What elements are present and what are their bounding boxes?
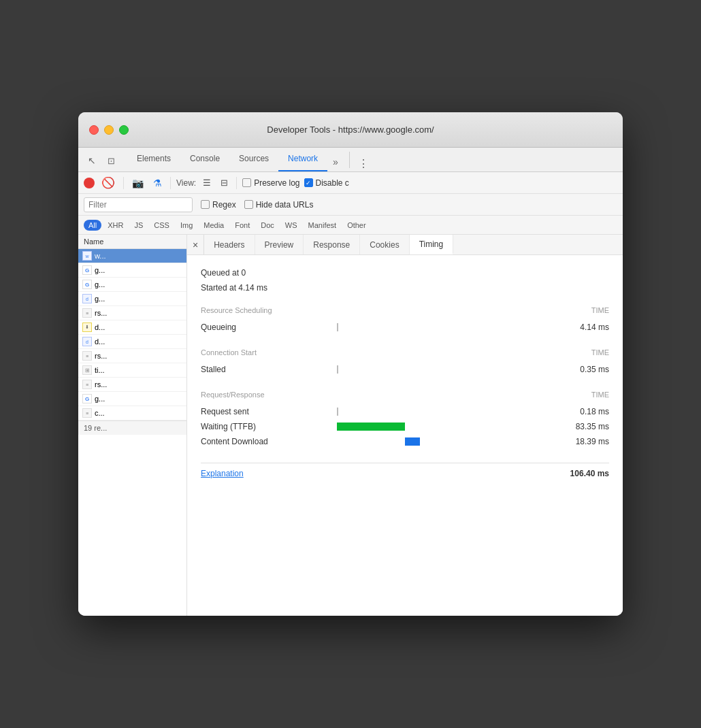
connection-start-time-label: TIME <box>591 348 609 357</box>
tab-more-button[interactable]: » <box>327 152 344 171</box>
clear-button[interactable]: 🚫 <box>99 175 118 191</box>
type-btn-img[interactable]: Img <box>176 220 197 231</box>
queueing-bar <box>337 323 555 331</box>
type-btn-font[interactable]: Font <box>230 220 255 231</box>
main-area: Name w w... G g... G g... d g... <box>78 235 623 616</box>
list-item[interactable]: ≡ c... <box>78 406 186 420</box>
connection-start-title: Connection Start <box>201 348 257 357</box>
type-btn-all[interactable]: All <box>84 220 101 231</box>
type-btn-other[interactable]: Other <box>342 220 371 231</box>
tab-timing[interactable]: Timing <box>410 235 454 254</box>
record-button[interactable] <box>84 178 95 188</box>
type-btn-js[interactable]: JS <box>129 220 148 231</box>
list-item[interactable]: d d... <box>78 335 186 349</box>
type-btn-css[interactable]: CSS <box>149 220 174 231</box>
cursor-icon-button[interactable]: ↖ <box>84 152 100 169</box>
preserve-log-group: Preserve log <box>242 178 299 188</box>
close-button[interactable] <box>89 125 99 135</box>
tab-cookies[interactable]: Cookies <box>360 235 409 254</box>
stalled-row: Stalled 0.35 ms <box>201 362 609 377</box>
file-name: d... <box>95 337 182 346</box>
file-type-icon: ≡ <box>82 351 92 361</box>
file-list-footer: 19 re... <box>78 420 186 435</box>
list-item[interactable]: G g... <box>78 278 186 292</box>
tab-preview[interactable]: Preview <box>255 235 304 254</box>
tab-headers[interactable]: Headers <box>204 235 255 254</box>
request-sent-row: Request sent 0.18 ms <box>201 404 609 419</box>
hide-data-urls-label: Hide data URLs <box>256 200 314 210</box>
title-bar: Developer Tools - https://www.google.com… <box>78 112 623 148</box>
content-download-bar-area <box>337 437 555 446</box>
disable-cache-checkbox[interactable]: ✓ <box>304 178 313 187</box>
filter-input[interactable] <box>84 197 193 212</box>
type-btn-xhr[interactable]: XHR <box>103 220 128 231</box>
cursor-icon: ↖ <box>88 155 96 166</box>
filter-button[interactable]: ⚗ <box>150 176 165 190</box>
list-item[interactable]: G g... <box>78 263 186 278</box>
queueing-bar-line <box>337 323 338 331</box>
regex-checkbox[interactable] <box>201 200 210 209</box>
content-download-value: 18.39 ms <box>555 437 609 446</box>
list-item[interactable]: ⬇ d... <box>78 320 186 335</box>
resource-scheduling-title: Resource Scheduling <box>201 306 272 314</box>
preserve-log-label: Preserve log <box>254 178 299 188</box>
panel-close-button[interactable]: × <box>187 235 204 254</box>
list-item[interactable]: G g... <box>78 392 186 406</box>
tab-elements[interactable]: Elements <box>127 147 180 171</box>
resource-scheduling-header: Resource Scheduling TIME <box>201 306 609 314</box>
list-item[interactable]: ≡ rs... <box>78 349 186 363</box>
queued-at-text: Queued at 0 <box>201 266 609 281</box>
tab-sources[interactable]: Sources <box>229 147 278 171</box>
waiting-ttfb-label: Waiting (TTFB) <box>201 422 337 431</box>
list-item[interactable]: d g... <box>78 292 186 306</box>
table-view-button[interactable]: ⊟ <box>218 176 231 189</box>
file-name: g... <box>95 266 182 274</box>
stalled-value: 0.35 ms <box>555 365 609 374</box>
device-icon-button[interactable]: ⊡ <box>103 152 119 169</box>
connection-start-header: Connection Start TIME <box>201 348 609 357</box>
waiting-ttfb-row: Waiting (TTFB) 83.35 ms <box>201 419 609 434</box>
queueing-value: 4.14 ms <box>555 322 609 332</box>
content-download-row: Content Download 18.39 ms <box>201 434 609 449</box>
type-btn-media[interactable]: Media <box>199 220 229 231</box>
toolbar-separator-1 <box>123 177 124 189</box>
request-response-time-label: TIME <box>591 391 609 399</box>
list-item[interactable]: ⊞ ti... <box>78 363 186 378</box>
type-btn-doc[interactable]: Doc <box>256 220 279 231</box>
file-type-icon: ≡ <box>82 408 92 418</box>
maximize-button[interactable] <box>119 125 129 135</box>
view-label: View: <box>176 178 196 188</box>
hide-data-urls-group: Hide data URLs <box>244 200 314 210</box>
queueing-row: Queueing 4.14 ms <box>201 320 609 335</box>
tab-bar: ↖ ⊡ Elements Console Sources Network » <box>78 148 623 172</box>
file-type-icon: w <box>82 251 92 261</box>
devtools-menu-button[interactable]: ⋮ <box>355 155 372 171</box>
file-type-icon: G <box>82 394 92 403</box>
connection-start-section: Connection Start TIME Stalled 0.35 ms <box>201 348 609 377</box>
started-at-text: Started at 4.14 ms <box>201 281 609 296</box>
minimize-button[interactable] <box>104 125 114 135</box>
hide-data-urls-checkbox[interactable] <box>244 200 253 209</box>
resource-scheduling-section: Resource Scheduling TIME Queueing 4.14 m… <box>201 306 609 335</box>
tab-network[interactable]: Network <box>278 147 327 171</box>
camera-button[interactable]: 📷 <box>129 176 146 190</box>
file-name: g... <box>95 295 182 303</box>
list-item[interactable]: ≡ rs... <box>78 378 186 392</box>
traffic-lights <box>89 125 129 135</box>
type-btn-ws[interactable]: WS <box>280 220 302 231</box>
file-name: c... <box>95 409 182 417</box>
tab-console[interactable]: Console <box>180 147 229 171</box>
preserve-log-checkbox[interactable] <box>242 178 251 187</box>
list-item[interactable]: w w... <box>78 249 186 263</box>
file-name: w... <box>95 252 182 260</box>
explanation-link[interactable]: Explanation <box>201 469 244 478</box>
tab-response[interactable]: Response <box>304 235 360 254</box>
request-response-title: Request/Response <box>201 391 265 399</box>
regex-label: Regex <box>212 200 236 210</box>
type-btn-manifest[interactable]: Manifest <box>304 220 342 231</box>
request-sent-bar-line <box>337 408 338 416</box>
name-column-header: Name <box>84 237 181 246</box>
regex-group: Regex <box>201 200 236 210</box>
list-view-button[interactable]: ☰ <box>200 176 214 189</box>
list-item[interactable]: ≡ rs... <box>78 306 186 320</box>
